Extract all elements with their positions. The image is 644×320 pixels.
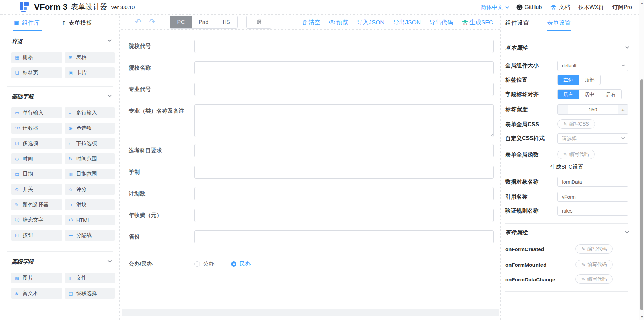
widget-card[interactable]: ▣卡片 (65, 67, 115, 78)
widget-tab[interactable]: ❏标签页 (11, 67, 62, 78)
widget-color-picker[interactable]: ✎颜色选择器 (11, 199, 62, 210)
redo-icon[interactable]: ↷ (149, 17, 155, 26)
export-json-button[interactable]: 导出JSON (393, 18, 421, 26)
scroll-down-arrow[interactable]: ▼ (639, 315, 644, 319)
page-scrollbar[interactable]: ▲ ▼ (639, 0, 644, 320)
basic-field-widgets: ▭单行输入 ≡多行输入 123计数器 ◉单选项 ☑多选项 ≔下拉选项 ◷时间 ↻… (0, 107, 119, 241)
field-input[interactable] (194, 144, 494, 157)
widget-time-range[interactable]: ↻时间范围 (65, 153, 115, 164)
edit-code-button[interactable]: ✎ 编写代码 (575, 244, 613, 254)
widget-switch[interactable]: ⊙开关 (11, 184, 62, 195)
field-input[interactable] (194, 83, 494, 96)
device-tab-pc[interactable]: PC (170, 16, 192, 28)
subscribe-pro-link[interactable]: 订阅Pro (612, 4, 632, 11)
widget-grid[interactable]: ▦栅格 (11, 52, 62, 63)
widget-textarea[interactable]: ≡多行输入 (65, 107, 115, 118)
field-input[interactable] (194, 209, 494, 222)
data-object-name-input[interactable] (557, 177, 628, 187)
widget-table[interactable]: ⊞表格 (65, 52, 115, 63)
tab-widget-library-label: 组件库 (22, 19, 40, 27)
on-form-mounted-label: onFormMounted (505, 260, 546, 270)
field-input[interactable] (194, 230, 494, 243)
radio-option-public[interactable]: 公办 (194, 261, 214, 268)
preview-button[interactable]: 预览 (329, 18, 348, 26)
widget-rate[interactable]: ☆评分 (65, 184, 115, 195)
custom-css-class-select[interactable]: 请选择 (557, 133, 628, 144)
widget-label: 按钮 (23, 232, 33, 239)
edit-code-button[interactable]: ✎ 编写代码 (575, 274, 613, 284)
label-position-left[interactable]: 左边 (558, 75, 579, 85)
preview-label: 预览 (336, 18, 348, 26)
rules-name-input[interactable] (557, 206, 628, 216)
grid-icon: ▦ (15, 55, 23, 60)
basic-props-section-header[interactable]: 基本属性 (505, 45, 628, 53)
label-position-top[interactable]: 顶部 (579, 75, 600, 85)
language-selector[interactable]: 简体中文 (481, 4, 508, 11)
label-width-value[interactable]: 150 (568, 105, 618, 114)
github-link[interactable]: GitHub (516, 4, 542, 10)
device-tab-h5[interactable]: H5 (215, 16, 237, 28)
decrease-button[interactable]: − (558, 105, 568, 114)
resize-grip[interactable] (489, 133, 493, 136)
import-json-button[interactable]: 导入JSON (357, 18, 384, 26)
widget-date-range[interactable]: ▥日期范围 (65, 169, 115, 179)
widget-select[interactable]: ≔下拉选项 (65, 138, 115, 149)
edit-icon: ✎ (563, 121, 567, 127)
widget-rich-editor[interactable]: ≋富文本 (11, 288, 62, 299)
widget-picture-upload[interactable]: ▧图片 (11, 273, 62, 283)
section-advanced-fields[interactable]: 高级字段 (0, 258, 119, 266)
undo-icon[interactable]: ↶ (135, 17, 141, 26)
field-textarea[interactable] (194, 104, 494, 137)
widget-divider[interactable]: —分隔线 (65, 230, 115, 241)
increase-button[interactable]: + (618, 105, 628, 114)
field-input[interactable] (194, 40, 494, 53)
wx-group-link[interactable]: 技术WX群 (578, 4, 604, 11)
widget-size-select[interactable]: default (557, 61, 628, 71)
divider (505, 223, 628, 224)
widget-html[interactable]: </>HTML (65, 215, 115, 225)
tab-form-templates[interactable]: ▯ 表单模板 (63, 19, 92, 27)
widget-button[interactable]: ⊡按钮 (11, 230, 62, 241)
field-label: 公办/民办 (129, 257, 193, 271)
field-input[interactable] (194, 61, 494, 74)
widget-slider[interactable]: ⊸滑块 (65, 199, 115, 210)
device-tab-pad[interactable]: Pad (192, 16, 215, 28)
docs-link[interactable]: 文档 (550, 4, 570, 11)
edit-code-button[interactable]: ✎ 编写代码 (575, 260, 613, 269)
label-align-center[interactable]: 居中 (579, 90, 600, 99)
scroll-up-arrow[interactable]: ▲ (639, 1, 644, 5)
section-container[interactable]: 容器 (0, 38, 119, 45)
widget-time[interactable]: ◷时间 (11, 153, 62, 164)
widget-radio[interactable]: ◉单选项 (65, 123, 115, 134)
widget-checkbox[interactable]: ☑多选项 (11, 138, 62, 149)
event-props-section-header[interactable]: 事件属性 (505, 229, 628, 238)
ref-name-input[interactable] (557, 192, 628, 202)
widget-input[interactable]: ▭单行输入 (11, 107, 62, 118)
tab-widget-settings[interactable]: 组件设置 (505, 15, 529, 31)
widget-number[interactable]: 123计数器 (11, 123, 62, 134)
field-label: 院校代号 (129, 40, 193, 53)
divider (505, 38, 628, 38)
widget-static-text[interactable]: Ⓣ静态文字 (11, 215, 62, 225)
section-basic-fields[interactable]: 基础字段 (0, 93, 119, 101)
widget-cascader[interactable]: ◳级联选择 (65, 288, 115, 299)
tab-widget-library[interactable]: ▣ 组件库 (14, 19, 40, 27)
widget-label: 文件 (76, 275, 87, 281)
generate-sfc-button[interactable]: 生成SFC (462, 18, 493, 26)
clear-button[interactable]: 清空 (302, 18, 320, 26)
widget-file-upload[interactable]: ▯文件 (65, 273, 115, 283)
radio-option-private[interactable]: 民办 (231, 261, 251, 268)
widget-date[interactable]: ▤日期 (11, 169, 62, 179)
node-tree-button[interactable] (246, 16, 271, 29)
label-align-right[interactable]: 居右 (600, 90, 621, 99)
export-code-button[interactable]: 导出代码 (429, 18, 453, 26)
edit-code-button[interactable]: ✎ 编写代码 (557, 150, 595, 159)
form-canvas[interactable]: 院校代号 院校名称 专业代号 专业（类）名称及备注 (120, 30, 500, 320)
scrollbar-thumb[interactable] (640, 79, 643, 310)
widget-label: 卡片 (76, 70, 87, 76)
edit-css-button[interactable]: ✎ 编写CSS (557, 119, 595, 129)
label-align-left[interactable]: 居左 (558, 90, 579, 99)
field-input[interactable] (194, 187, 494, 200)
field-input[interactable] (194, 166, 494, 179)
tab-form-settings[interactable]: 表单设置 (547, 15, 571, 31)
